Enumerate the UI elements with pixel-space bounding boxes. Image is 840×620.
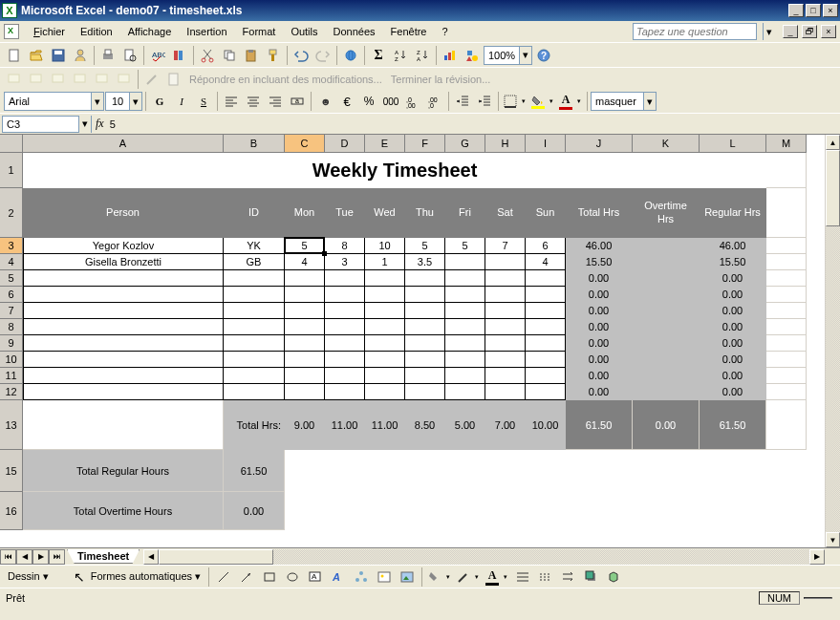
data-cell[interactable] — [325, 335, 365, 352]
total-mon[interactable]: 9.00 — [285, 400, 325, 450]
data-cell[interactable] — [526, 303, 566, 319]
name-box[interactable]: C3▾ — [2, 116, 92, 133]
data-cell[interactable] — [365, 384, 405, 400]
data-cell[interactable] — [485, 270, 526, 287]
line-color-button[interactable]: ▾ — [455, 567, 482, 587]
cell[interactable] — [766, 254, 807, 270]
data-cell[interactable] — [23, 368, 224, 384]
data-cell[interactable] — [325, 352, 365, 368]
data-cell[interactable] — [365, 335, 405, 352]
autosum-button[interactable]: Σ — [368, 45, 389, 66]
data-cell[interactable] — [23, 335, 224, 352]
vertical-scrollbar[interactable]: ▲ ▼ — [825, 135, 840, 547]
fx-icon[interactable]: fx — [96, 117, 104, 131]
doc-restore-button[interactable]: 🗗 — [802, 25, 817, 38]
data-cell[interactable] — [485, 368, 526, 384]
data-cell[interactable] — [325, 368, 365, 384]
data-cell[interactable] — [365, 368, 405, 384]
chart-wizard-button[interactable] — [440, 45, 461, 66]
data-cell[interactable] — [445, 270, 485, 287]
data-cell[interactable] — [224, 368, 285, 384]
row-header[interactable]: 8 — [0, 319, 23, 335]
data-cell[interactable]: 1 — [365, 254, 405, 270]
data-cell[interactable] — [224, 303, 285, 319]
data-cell[interactable]: 15.50 — [566, 254, 633, 270]
merge-center-button[interactable]: a — [287, 91, 308, 112]
research-button[interactable] — [169, 45, 190, 66]
print-button[interactable] — [97, 45, 118, 66]
data-cell[interactable] — [445, 319, 485, 335]
arrow-style-button[interactable] — [558, 567, 579, 588]
new-button[interactable] — [4, 45, 25, 66]
data-cell[interactable] — [224, 319, 285, 335]
data-cell[interactable] — [526, 384, 566, 400]
header-id[interactable]: ID — [224, 188, 285, 238]
data-cell[interactable]: 15.50 — [700, 254, 766, 270]
delete-comment-button[interactable] — [114, 69, 135, 90]
hyperlink-button[interactable] — [340, 45, 361, 66]
ink-button[interactable] — [141, 69, 162, 90]
increase-indent-button[interactable] — [474, 91, 495, 112]
row-header[interactable]: 12 — [0, 384, 23, 400]
data-cell[interactable] — [633, 352, 700, 368]
currency-button[interactable]: ☻ — [314, 91, 335, 112]
data-cell[interactable] — [485, 319, 526, 335]
cell[interactable] — [766, 319, 807, 335]
cell[interactable] — [285, 492, 807, 530]
total-wed[interactable]: 11.00 — [365, 400, 405, 450]
italic-button[interactable]: I — [171, 91, 192, 112]
row-header[interactable]: 7 — [0, 303, 23, 319]
font-color-button[interactable]: A▾ — [557, 92, 584, 111]
data-cell[interactable] — [405, 303, 445, 319]
cell[interactable] — [766, 400, 807, 450]
data-cell[interactable] — [23, 287, 224, 303]
data-cell[interactable] — [224, 335, 285, 352]
menu-window[interactable]: Fenêtre — [384, 24, 434, 39]
help-button[interactable]: ? — [533, 45, 554, 66]
euro-button[interactable]: € — [336, 91, 357, 112]
data-cell[interactable] — [405, 319, 445, 335]
mask-combo[interactable]: masquer▾ — [591, 92, 657, 111]
summary-regular-value[interactable]: 61.50 — [224, 450, 285, 492]
scroll-track[interactable] — [826, 150, 840, 532]
header-mon[interactable]: Mon — [285, 188, 325, 238]
row-header[interactable]: 3 — [0, 238, 23, 254]
comma-button[interactable]: 000 — [380, 91, 401, 112]
data-cell[interactable] — [526, 270, 566, 287]
underline-button[interactable]: S — [193, 91, 214, 112]
data-cell[interactable] — [325, 319, 365, 335]
data-cell[interactable]: GB — [224, 254, 285, 270]
data-cell[interactable] — [485, 287, 526, 303]
data-cell[interactable]: 8 — [325, 238, 365, 254]
data-cell[interactable]: 6 — [526, 238, 566, 254]
formula-input[interactable] — [108, 118, 838, 130]
horizontal-scrollbar[interactable]: ◀ ▶ — [143, 549, 825, 565]
header-overtime[interactable]: Overtime Hrs — [633, 188, 700, 238]
cell[interactable] — [766, 384, 807, 400]
col-header[interactable]: G — [445, 135, 485, 153]
close-button[interactable]: × — [823, 4, 838, 17]
data-cell[interactable] — [633, 254, 700, 270]
data-cell[interactable] — [224, 384, 285, 400]
row-header[interactable]: 13 — [0, 400, 23, 450]
percent-button[interactable]: % — [358, 91, 379, 112]
col-header[interactable]: D — [325, 135, 365, 153]
cell[interactable] — [285, 450, 807, 492]
scroll-up-button[interactable]: ▲ — [826, 135, 840, 150]
data-cell[interactable]: 0.00 — [700, 303, 766, 319]
decrease-decimal-button[interactable]: ,00,0 — [424, 91, 445, 112]
col-header[interactable]: H — [485, 135, 526, 153]
data-cell[interactable] — [285, 384, 325, 400]
align-center-button[interactable] — [243, 91, 264, 112]
scroll-down-button[interactable]: ▼ — [826, 532, 840, 547]
data-cell[interactable] — [526, 319, 566, 335]
data-cell[interactable]: Gisella Bronzetti — [23, 254, 224, 270]
doc-close-button[interactable]: × — [821, 25, 836, 38]
header-regular[interactable]: Regular Hrs — [700, 188, 766, 238]
chevron-down-icon[interactable]: ▾ — [78, 116, 91, 133]
data-cell[interactable] — [485, 254, 526, 270]
data-cell[interactable] — [365, 270, 405, 287]
summary-overtime-value[interactable]: 0.00 — [224, 492, 285, 530]
data-cell[interactable] — [325, 303, 365, 319]
track-changes-button[interactable] — [163, 69, 184, 90]
